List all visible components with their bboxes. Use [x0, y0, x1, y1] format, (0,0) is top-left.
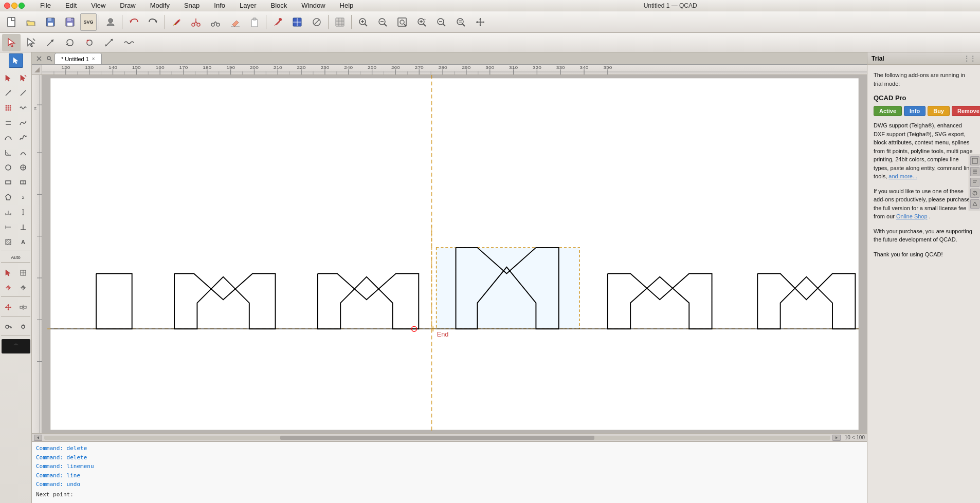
close-btn[interactable]	[4, 3, 10, 9]
snap-grid-tool[interactable]	[16, 266, 30, 280]
arc-tool[interactable]	[16, 145, 30, 160]
cut-button[interactable]	[187, 13, 205, 31]
parallel-tool[interactable]	[1, 116, 15, 130]
arrow-tool[interactable]	[41, 34, 60, 51]
open-button[interactable]	[22, 13, 40, 31]
rect-tool[interactable]	[1, 175, 15, 190]
right-icon-3[interactable]	[970, 178, 979, 187]
h-scrollbar[interactable]: 10 < 100	[32, 433, 867, 441]
user-button[interactable]	[101, 13, 120, 31]
menu-file[interactable]: File	[37, 1, 54, 10]
angle-tool[interactable]	[1, 145, 15, 160]
block-tool[interactable]	[2, 339, 30, 353]
save-button[interactable]	[41, 13, 60, 31]
menu-window[interactable]: Window	[298, 1, 328, 10]
cmd-input[interactable]	[79, 491, 233, 498]
active-button[interactable]: Active	[874, 106, 902, 116]
polygon2-tool[interactable]: 2	[16, 190, 30, 204]
edit-button[interactable]	[167, 13, 186, 31]
zoom-out-button[interactable]	[373, 13, 392, 31]
menu-edit[interactable]: Edit	[62, 1, 80, 10]
target-button[interactable]	[288, 13, 306, 31]
online-shop-link[interactable]: Online Shop	[896, 213, 928, 219]
zoom-fit-button[interactable]	[393, 13, 411, 31]
line2-tool[interactable]	[16, 86, 30, 100]
svg-button[interactable]: SVG	[80, 13, 97, 31]
paste-button[interactable]	[245, 13, 264, 31]
scroll-right-btn[interactable]	[832, 435, 841, 441]
panel-dots-btn[interactable]: ⋮⋮	[964, 55, 976, 62]
origin-tool[interactable]	[1, 281, 15, 295]
pen-red-button[interactable]	[268, 13, 287, 31]
line-tool[interactable]	[1, 86, 15, 100]
right-icon-4[interactable]	[970, 189, 979, 198]
dim1-tool[interactable]	[1, 205, 15, 219]
h-scroll-thumb[interactable]	[280, 436, 595, 440]
leader-tool[interactable]	[1, 220, 15, 234]
dots-tool[interactable]	[1, 101, 15, 115]
undo-button[interactable]	[124, 13, 143, 31]
dim2-tool[interactable]	[16, 205, 30, 219]
right-icon-2[interactable]	[970, 167, 979, 176]
grid-button[interactable]	[331, 13, 349, 31]
zoom-plus-button[interactable]: +	[412, 13, 431, 31]
arrow2-tool[interactable]	[16, 71, 30, 85]
zoom-minus-button[interactable]: -	[432, 13, 450, 31]
scissors-button[interactable]	[206, 13, 225, 31]
select-tool[interactable]	[2, 34, 21, 51]
menu-view[interactable]: View	[88, 1, 108, 10]
tab-close-btn[interactable]: ×	[92, 56, 95, 62]
menu-block[interactable]: Block	[268, 1, 291, 10]
circle-cross-tool[interactable]	[16, 160, 30, 175]
move-tool[interactable]	[1, 300, 15, 314]
rect2-tool[interactable]	[16, 175, 30, 190]
scroll-left-btn[interactable]	[34, 435, 42, 441]
sym-tool[interactable]	[16, 300, 30, 314]
pan-button[interactable]	[471, 13, 489, 31]
key-tool[interactable]	[1, 320, 15, 334]
text-tool[interactable]: A	[16, 235, 30, 249]
wave-tool[interactable]	[119, 34, 138, 51]
lasso-tool[interactable]	[61, 34, 79, 51]
h-scroll-track[interactable]	[44, 436, 830, 440]
circle-tool[interactable]	[1, 160, 15, 175]
menu-modify[interactable]: Modify	[147, 1, 173, 10]
circle-slash-button[interactable]	[307, 13, 326, 31]
save-as-button[interactable]: +	[61, 13, 79, 31]
origin2-tool[interactable]	[16, 281, 30, 295]
snap-arrow-tool[interactable]	[1, 266, 15, 280]
tab-untitled1[interactable]: * Untitled 1 ×	[55, 53, 102, 64]
wave-tool2[interactable]	[16, 101, 30, 115]
polygon-tool[interactable]	[1, 190, 15, 204]
maximize-btn[interactable]	[19, 3, 25, 9]
search-tab-icon[interactable]	[44, 53, 55, 64]
key2-tool[interactable]	[16, 320, 30, 334]
bezier-tool[interactable]	[1, 131, 15, 145]
menu-layer[interactable]: Layer	[237, 1, 260, 10]
scale-tool[interactable]	[100, 34, 118, 51]
menu-info[interactable]: Info	[211, 1, 228, 10]
close-tab-icon[interactable]	[34, 53, 44, 64]
right-icon-1[interactable]	[970, 156, 979, 165]
select2-tool[interactable]	[22, 34, 40, 51]
zoom-custom-button[interactable]	[451, 13, 470, 31]
menu-help[interactable]: Help	[337, 1, 357, 10]
rotate-select-tool[interactable]	[80, 34, 99, 51]
hatch-tool[interactable]	[1, 235, 15, 249]
redo-button[interactable]	[144, 13, 162, 31]
right-icon-5[interactable]	[970, 199, 979, 209]
eraser-button[interactable]	[226, 13, 244, 31]
select-arrow-tool[interactable]	[9, 53, 23, 68]
info-button[interactable]: Info	[904, 106, 925, 116]
freehand-tool[interactable]	[16, 131, 30, 145]
buy-button[interactable]: Buy	[928, 106, 950, 116]
remove-button[interactable]: Remove	[952, 106, 980, 116]
spline-tool[interactable]	[16, 116, 30, 130]
minimize-btn[interactable]	[11, 3, 17, 9]
menu-draw[interactable]: Draw	[117, 1, 138, 10]
new-button[interactable]	[2, 13, 21, 31]
zoom-in-mouse-button[interactable]	[354, 13, 372, 31]
more-link[interactable]: and more...	[888, 173, 917, 179]
perp-tool[interactable]	[16, 220, 30, 234]
arrow-red-tool[interactable]	[1, 71, 15, 85]
